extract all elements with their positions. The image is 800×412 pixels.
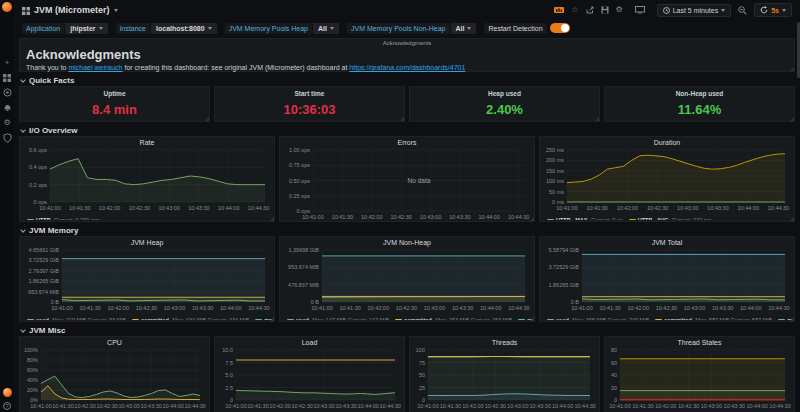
panel-title[interactable]: Threads [412,338,597,347]
panel-title[interactable]: Non-Heap used [605,90,794,97]
legend-entry[interactable]: committed Max: 587 MiB Current: 587 MiB [655,316,772,321]
svg-text:10:44:00: 10:44:00 [162,403,183,409]
threads-chart[interactable]: 025507510010:41:0010:41:3010:42:0010:42:… [412,347,597,409]
save-button[interactable] [601,6,609,14]
legend-entry[interactable]: HTTP Current: 0.200 ops [27,216,99,221]
panel-title[interactable]: Load [217,338,402,347]
svg-text:100%: 100% [24,347,38,353]
configuration-gear-icon[interactable]: ⚙ [3,118,12,127]
load-chart[interactable]: 02.55.07.510.010:41:0010:41:3010:42:0010… [217,347,402,409]
grafana-app: + ⚙ ? JVM (Micromet [0,0,800,412]
panel-nonheap-used: Non-Heap used 11.64% [604,86,795,122]
svg-text:10:41:00: 10:41:00 [51,305,72,311]
panel-title[interactable]: CPU [22,338,207,347]
legend-swatch [547,219,554,220]
panel-errors: Errors 0 ops0.25 ops0.50 ops0.75 ops1.00… [279,136,535,222]
row-title: Quick Facts [29,76,74,85]
jvm-nonheap-chart[interactable]: 0 B476.837 MiB953.674 MiB1.39698 GiB10:4… [282,247,532,311]
plus-icon[interactable]: + [3,58,12,67]
cpu-chart[interactable]: 0%20%40%60%80%100%10:41:0010:41:3010:42:… [22,347,207,409]
errors-chart[interactable]: 0 ops0.25 ops0.50 ops0.75 ops1.00 ops10:… [282,147,532,220]
row-jvm-misc[interactable]: JVM Misc [19,325,795,336]
svg-text:10:42:00: 10:42:00 [628,305,649,311]
rate-chart[interactable]: 0 ops0.2 ops0.4 ops0.6 ops10:41:0010:41:… [22,147,272,211]
svg-text:0.6 ops: 0.6 ops [29,147,47,153]
sidebar: + ⚙ ? [0,0,14,412]
legend-swatch [395,319,402,320]
legend-entry[interactable]: used Max: 147 MiB Current: 147 MiB [287,316,389,321]
duration-chart[interactable]: 0 ms50 ms100 ms150 ms200 ms250 ms10:41:0… [542,147,792,211]
legend-entry[interactable]: used Max: 365 MiB Current: 240 MiB [547,316,649,321]
svg-text:10:41:30: 10:41:30 [440,403,461,409]
row-jvm-memory[interactable]: JVM Memory [19,225,795,236]
jvm-nonheap-legend: used Max: 147 MiB Current: 147 MiBcommit… [282,311,532,320]
legend-entry[interactable]: committed Max: 434 MiB Current: 434 MiB [132,316,249,321]
legend-entry[interactable]: max Max: 1.238 GiB Current: 1.238 GiB [518,316,532,321]
legend-entry[interactable]: used Max: 219 MiB Current: 93 MiB [27,316,126,321]
original-dashboard-link[interactable]: https://grafana.com/dashboards/4701 [349,64,465,71]
star-button[interactable]: ☆ [571,6,578,14]
chevron-down-icon [721,9,725,12]
filter-value-dropdown[interactable]: All [313,23,339,34]
share-button[interactable] [586,6,594,14]
panel-title[interactable]: Errors [282,138,532,147]
filter-value-dropdown[interactable]: All [451,23,477,34]
settings-gear-icon[interactable]: ⚙ [616,6,623,14]
zoom-out-button[interactable] [738,6,747,15]
svg-text:10:41:00: 10:41:00 [30,403,51,409]
add-panel-button[interactable] [554,6,564,14]
panel-threads: Threads 025507510010:41:0010:41:3010:42:… [409,336,600,412]
refresh-picker[interactable]: 5s [754,3,792,17]
grafana-logo-icon[interactable] [2,2,12,12]
panel-title[interactable]: JVM Heap [22,238,272,247]
alerting-bell-icon[interactable] [3,103,12,112]
panel-title[interactable]: Duration [542,138,792,147]
filter-value-dropdown[interactable]: localhost:8080 [151,23,217,34]
svg-text:80%: 80% [27,357,38,363]
jvm-total-chart[interactable]: 0 B1.86265 GiB3.72529 GiB5.58794 GiB10:4… [542,247,792,311]
row-io-overview[interactable]: I/O Overview [19,125,795,136]
explore-compass-icon[interactable] [3,88,12,97]
legend-swatch [132,319,139,320]
cycle-view-monitor-icon[interactable] [635,6,645,14]
server-admin-shield-icon[interactable] [3,133,12,142]
svg-text:10:42:30: 10:42:30 [647,205,668,211]
thread-states-chart[interactable]: 02040608010:41:0010:41:3010:42:0010:42:3… [607,347,792,409]
svg-text:10:43:30: 10:43:30 [707,205,728,211]
svg-text:953.674 MiB: 953.674 MiB [288,264,319,270]
panel-title[interactable]: Uptime [20,90,209,97]
svg-text:10:42:00: 10:42:00 [368,305,389,311]
legend-entry[interactable]: max Max: 3.885 GiB Current: 3.885 GiB [255,316,272,321]
svg-text:10:43:30: 10:43:30 [192,305,213,311]
legend-entry[interactable]: HTTP - MAX Current: 0 ns [547,216,623,221]
dashboard-title[interactable]: JVM (Micrometer) [34,5,118,15]
legend-entry[interactable]: HTTP - AVG Current: 232 ms [629,216,711,221]
filter-label: JVM Memory Pools Heap [225,23,312,34]
help-icon[interactable]: ? [3,402,11,410]
panel-title[interactable]: JVM Total [542,238,792,247]
svg-text:150 ms: 150 ms [546,168,564,174]
svg-text:10:44:00: 10:44:00 [218,205,239,211]
svg-text:10:43:00: 10:43:00 [420,214,441,220]
jvm-heap-chart[interactable]: 0 B953.674 MiB1.86265 GiB2.79397 GiB3.72… [22,247,272,311]
panel-title[interactable]: Start time [215,90,404,97]
author-link[interactable]: michael weirauch [68,64,122,71]
time-range-picker[interactable]: Last 5 minutes [657,4,732,17]
panel-title[interactable]: Heap used [410,90,599,97]
panel-title[interactable]: Rate [22,138,272,147]
legend-entry[interactable]: max Max: 5.119 GiB Current: 5.119 GiB [778,316,792,321]
restart-detection-toggle[interactable] [550,23,570,33]
legend-swatch [655,319,662,320]
row-quick-facts[interactable]: Quick Facts [19,75,795,86]
filter-value-dropdown[interactable]: jhipster [65,23,107,34]
panel-title[interactable]: Acknowledgments [20,40,794,46]
legend-entry[interactable]: committed Max: 153 MiB Current: 153 MiB [395,316,512,321]
dashboards-grid-icon[interactable] [3,73,12,82]
panel-title[interactable]: JVM Non-Heap [282,238,532,247]
user-avatar[interactable] [3,388,12,397]
svg-text:1.86265 GiB: 1.86265 GiB [548,282,579,288]
svg-text:10:42:00: 10:42:00 [269,403,290,409]
legend-swatch [255,319,262,320]
panel-title[interactable]: Thread States [607,338,792,347]
svg-text:10:43:00: 10:43:00 [164,305,185,311]
